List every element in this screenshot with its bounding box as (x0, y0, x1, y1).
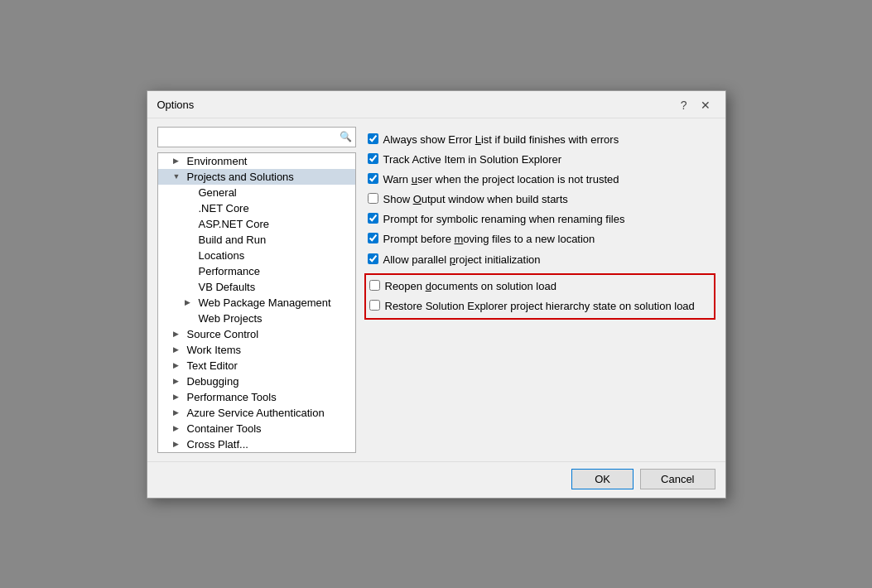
tree-item-debugging[interactable]: ▶ Debugging (158, 374, 355, 389)
search-input[interactable] (161, 129, 340, 145)
tree-container[interactable]: ▶ Environment ▼ Projects and Solutions G… (157, 152, 356, 453)
tree-item-label: .NET Core (199, 202, 249, 214)
tree-item-label: Work Items (187, 344, 242, 356)
tree-item-label: Performance (199, 265, 260, 277)
tree-item-label: Source Control (187, 328, 259, 340)
dialog-footer: OK Cancel (147, 461, 725, 498)
tree-item-projects-and-solutions[interactable]: ▼ Projects and Solutions (158, 169, 355, 185)
option-allow-parallel: Allow parallel project initialization (364, 250, 715, 270)
option-label: Track Active Item in Solution Explorer (383, 152, 562, 167)
expand-icon: ▶ (173, 440, 185, 448)
checkbox-always-show-error-list[interactable] (368, 133, 378, 144)
option-always-show-error-list: Always show Error List if build finishes… (364, 130, 715, 150)
tree-item-label: Text Editor (187, 359, 238, 372)
checkbox-track-active-item[interactable] (368, 153, 378, 164)
expand-icon: ▶ (173, 377, 185, 385)
expand-icon: ▶ (173, 408, 185, 417)
search-icon: 🔍 (340, 131, 352, 142)
right-panel: Always show Error List if build finishes… (364, 127, 715, 453)
tree-item-label: VB Defaults (199, 281, 256, 293)
checkbox-prompt-moving-files[interactable] (368, 233, 378, 243)
options-list: Always show Error List if build finishes… (364, 127, 715, 327)
option-label: Warn user when the project location is n… (383, 172, 619, 187)
option-label: Always show Error List if build finishes… (383, 133, 619, 147)
tree-item-label: Performance Tools (187, 391, 277, 403)
dialog-body: 🔍 ▶ Environment ▼ Projects and Solutions… (147, 118, 725, 461)
tree-item-container-tools[interactable]: ▶ Container Tools (158, 421, 355, 436)
option-track-active-item: Track Active Item in Solution Explorer (364, 150, 715, 170)
title-bar: Options ? ✕ (147, 91, 725, 118)
tree-item-label: Build and Run (199, 234, 267, 246)
title-bar-buttons: ? ✕ (676, 98, 715, 113)
option-prompt-moving-files: Prompt before moving files to a new loca… (364, 229, 715, 249)
option-show-output-window: Show Output window when build starts (364, 190, 715, 210)
tree-item-environment[interactable]: ▶ Environment (158, 153, 355, 169)
tree-item-label: ASP.NET Core (199, 218, 270, 230)
tree-item-label: Container Tools (187, 422, 262, 435)
option-restore-solution-explorer: Restore Solution Explorer project hierar… (366, 296, 714, 316)
tree-item-build-and-run[interactable]: Build and Run (158, 232, 355, 248)
option-label: Prompt before moving files to a new loca… (383, 232, 595, 247)
tree-item-label: Projects and Solutions (187, 171, 294, 183)
tree-item-label: Web Projects (199, 312, 263, 325)
tree-item-performance-tools[interactable]: ▶ Performance Tools (158, 389, 355, 405)
checkbox-restore-solution-explorer[interactable] (369, 300, 380, 311)
option-reopen-documents: Reopen documents on solution load (366, 277, 714, 296)
tree-item-label: Environment (187, 155, 248, 167)
ok-button[interactable]: OK (571, 469, 634, 489)
tree-item-label: Debugging (187, 375, 239, 388)
expand-icon: ▼ (173, 172, 185, 181)
tree-item-azure-service-authentication[interactable]: ▶ Azure Service Authentication (158, 405, 355, 421)
checkbox-reopen-documents[interactable] (369, 280, 380, 291)
tree-item-web-package-management[interactable]: ▶ Web Package Management (158, 295, 355, 311)
expand-icon: ▶ (173, 361, 185, 369)
option-label: Show Output window when build starts (383, 192, 568, 207)
cancel-button[interactable]: Cancel (640, 469, 715, 489)
option-label: Restore Solution Explorer project hierar… (385, 299, 695, 314)
tree-item-performance[interactable]: Performance (158, 263, 355, 279)
option-label: Prompt for symbolic renaming when renami… (383, 212, 625, 227)
tree-item-label: Web Package Management (199, 296, 331, 309)
checkbox-show-output-window[interactable] (368, 193, 378, 204)
expand-icon: ▶ (173, 330, 185, 338)
expand-icon: ▶ (173, 157, 185, 165)
checkbox-allow-parallel[interactable] (368, 253, 378, 264)
tree-item-cross-platform[interactable]: ▶ Cross Platf... (158, 436, 355, 452)
tree-item-work-items[interactable]: ▶ Work Items (158, 342, 355, 358)
tree-item-general[interactable]: General (158, 185, 355, 200)
tree-item-asp-net-core[interactable]: ASP.NET Core (158, 216, 355, 232)
options-dialog: Options ? ✕ 🔍 ▶ Environment (147, 90, 726, 499)
option-warn-user: Warn user when the project location is n… (364, 170, 715, 190)
close-button[interactable]: ✕ (696, 98, 715, 113)
tree-item-web-projects[interactable]: Web Projects (158, 311, 355, 326)
tree-item-source-control[interactable]: ▶ Source Control (158, 326, 355, 342)
dialog-title: Options (157, 99, 195, 111)
search-box: 🔍 (157, 127, 356, 147)
checkbox-prompt-symbolic-renaming[interactable] (368, 213, 378, 224)
left-panel: 🔍 ▶ Environment ▼ Projects and Solutions… (157, 127, 356, 453)
tree-item-locations[interactable]: Locations (158, 248, 355, 263)
option-label: Allow parallel project initialization (383, 253, 541, 267)
expand-icon: ▶ (173, 424, 185, 432)
tree-item-label: General (199, 186, 237, 199)
tree-item-net-core[interactable]: .NET Core (158, 200, 355, 216)
expand-icon: ▶ (173, 345, 185, 354)
option-label: Reopen documents on solution load (385, 279, 556, 294)
tree-item-label: Cross Platf... (187, 438, 248, 451)
option-prompt-symbolic-renaming: Prompt for symbolic renaming when renami… (364, 210, 715, 229)
tree-item-label: Locations (199, 249, 245, 262)
expand-icon: ▶ (173, 393, 185, 401)
tree-item-label: Azure Service Authentication (187, 407, 325, 419)
help-button[interactable]: ? (676, 98, 692, 113)
tree-item-vb-defaults[interactable]: VB Defaults (158, 279, 355, 295)
highlighted-section: Reopen documents on solution load Restor… (364, 273, 715, 320)
expand-icon: ▶ (185, 298, 196, 306)
tree-item-text-editor[interactable]: ▶ Text Editor (158, 358, 355, 374)
checkbox-warn-user[interactable] (368, 173, 378, 184)
